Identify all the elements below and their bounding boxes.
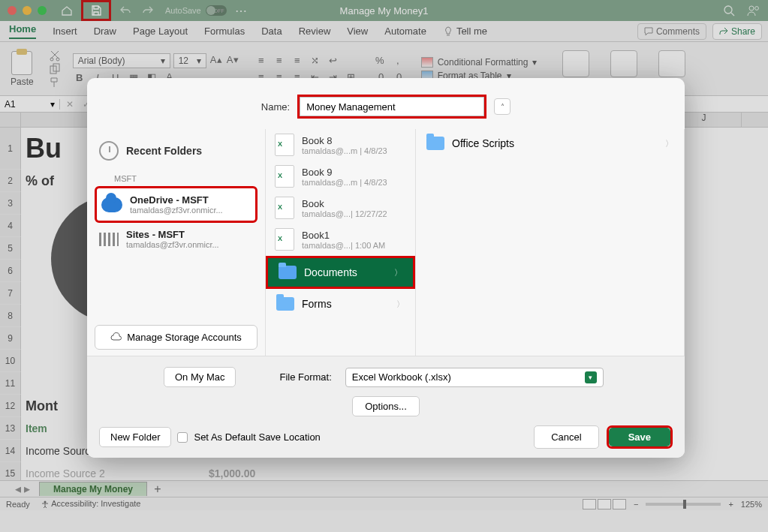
folder-forms[interactable]: Forms 〉 xyxy=(266,290,415,318)
filename-input[interactable] xyxy=(300,97,484,116)
save-button[interactable]: Save xyxy=(609,428,670,446)
onedrive-title: OneDrive - MSFT xyxy=(130,194,223,206)
location-sharepoint[interactable]: Sites - MSFT tamaldas@zf3vr.onmicr... xyxy=(95,223,258,255)
folder-icon xyxy=(279,266,297,279)
file-format-label: File Format: xyxy=(279,371,331,383)
chevron-right-icon: 〉 xyxy=(394,267,402,278)
clock-icon xyxy=(99,141,119,161)
excel-file-icon xyxy=(275,165,294,188)
excel-file-icon xyxy=(275,134,294,156)
file-format-value: Excel Workbook (.xlsx) xyxy=(352,371,451,383)
cloud-gear-icon xyxy=(110,332,122,343)
file-item[interactable]: Book 9tamaldas@...m | 4/8/23 xyxy=(266,161,415,192)
excel-file-icon xyxy=(275,228,294,251)
folder-office-scripts[interactable]: Office Scripts 〉 xyxy=(416,129,684,158)
options-button[interactable]: Options... xyxy=(352,396,420,416)
manage-storage-label: Manage Storage Accounts xyxy=(127,332,242,343)
file-item[interactable]: Book 8tamaldas@...m | 4/8/23 xyxy=(266,129,415,161)
file-item[interactable]: Booktamaldas@...| 12/27/22 xyxy=(266,192,415,224)
office-scripts-label: Office Scripts xyxy=(452,137,514,149)
name-field-highlight xyxy=(297,95,486,119)
folder-icon xyxy=(276,297,294,311)
recent-folders-header[interactable]: Recent Folders xyxy=(95,135,258,167)
chevron-right-icon: 〉 xyxy=(665,138,673,149)
chevron-right-icon: 〉 xyxy=(396,299,405,310)
onedrive-icon xyxy=(101,197,122,212)
sharepoint-title: Sites - MSFT xyxy=(126,229,219,240)
forms-label: Forms xyxy=(302,298,332,310)
onedrive-subtitle: tamaldas@zf3vr.onmicr... xyxy=(130,206,223,215)
location-onedrive[interactable]: OneDrive - MSFT tamaldas@zf3vr.onmicr... xyxy=(95,186,258,223)
recent-folders-label: Recent Folders xyxy=(126,145,202,157)
new-folder-button[interactable]: New Folder xyxy=(99,427,171,447)
manage-storage-button[interactable]: Manage Storage Accounts xyxy=(95,325,258,350)
name-label: Name: xyxy=(261,101,290,113)
documents-label: Documents xyxy=(304,266,357,278)
documents-highlight: Documents 〉 xyxy=(266,256,415,289)
file-format-select[interactable]: Excel Workbook (.xlsx) ▾ xyxy=(345,368,604,387)
save-dialog: Name: ˄ Recent Folders MSFT OneDrive - M… xyxy=(87,78,685,458)
on-my-mac-button[interactable]: On My Mac xyxy=(164,367,236,387)
file-item[interactable]: Book1tamaldas@...| 1:00 AM xyxy=(266,224,415,255)
section-msft-label: MSFT xyxy=(95,167,258,186)
default-location-label: Set As Default Save Location xyxy=(194,431,320,443)
cancel-button[interactable]: Cancel xyxy=(534,425,598,449)
folder-icon xyxy=(426,137,444,150)
default-location-checkbox[interactable] xyxy=(177,432,188,443)
sharepoint-icon xyxy=(99,233,119,246)
save-button-highlight: Save xyxy=(607,425,673,449)
folder-documents[interactable]: Documents 〉 xyxy=(268,258,413,287)
excel-file-icon xyxy=(275,197,294,219)
collapse-dialog-button[interactable]: ˄ xyxy=(494,98,510,115)
dropdown-caret-icon: ▾ xyxy=(585,371,597,383)
sharepoint-subtitle: tamaldas@zf3vr.onmicr... xyxy=(126,240,219,249)
